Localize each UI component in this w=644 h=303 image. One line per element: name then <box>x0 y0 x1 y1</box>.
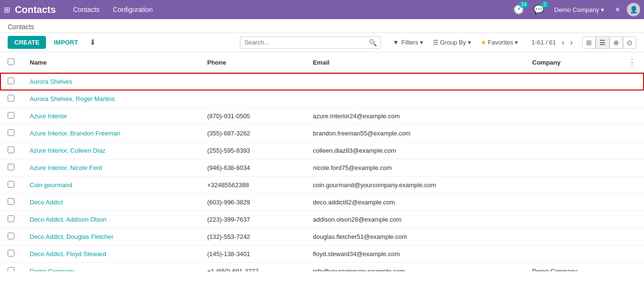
row-checkbox-cell <box>0 90 22 108</box>
row-company <box>525 108 621 125</box>
groupby-label: Group By <box>440 39 466 46</box>
pagination-prev[interactable]: ‹ <box>560 37 566 48</box>
table-row: Demo Company +1 (650) 691-3277 info@your… <box>0 263 644 272</box>
row-company <box>525 125 621 142</box>
import-button[interactable]: IMPORT <box>50 36 82 49</box>
row-checkbox[interactable] <box>8 250 14 257</box>
more-columns-button[interactable]: ⋮ <box>628 57 636 67</box>
close-button[interactable]: × <box>612 4 623 16</box>
row-more <box>620 159 644 177</box>
toolbar: CREATE IMPORT ⬇ 🔍 ▼ Filters ▾ ☰ Group By… <box>0 33 644 52</box>
row-checkbox[interactable] <box>8 267 14 271</box>
row-more <box>620 142 644 159</box>
row-name-link[interactable]: Deco Addict, Floyd Steward <box>30 250 106 258</box>
row-checkbox[interactable] <box>8 164 14 170</box>
table-row: Deco Addict, Floyd Steward (145)-138-340… <box>0 246 644 263</box>
row-checkbox[interactable] <box>8 215 14 222</box>
groupby-button[interactable]: ☰ Group By ▾ <box>429 37 475 48</box>
table-header: Name Phone Email Company ⋮ <box>0 52 644 73</box>
avatar[interactable]: 👤 <box>627 3 640 16</box>
row-phone: (132)-553-7242 <box>200 228 305 246</box>
row-name-link[interactable]: Deco Addict <box>30 199 63 206</box>
row-company <box>525 246 621 263</box>
pagination-next[interactable]: › <box>568 37 575 48</box>
map-view-button[interactable]: ⊕ <box>610 36 623 49</box>
row-checkbox[interactable] <box>8 129 14 136</box>
row-name-link[interactable]: Aurora Shelves <box>30 78 72 85</box>
row-checkbox-cell <box>0 194 22 211</box>
row-name: Azure Interior, Brandon Freeman <box>22 125 200 142</box>
row-checkbox-cell <box>0 228 22 246</box>
messages-badge: 24 <box>519 1 528 8</box>
create-button[interactable]: CREATE <box>8 36 46 49</box>
row-checkbox-cell <box>0 73 22 90</box>
nav-contacts[interactable]: Contacts <box>68 4 105 15</box>
row-phone: +32485562388 <box>200 177 305 194</box>
company-name: Demo Company <box>554 6 599 13</box>
row-checkbox[interactable] <box>8 78 14 84</box>
groupby-caret: ▾ <box>468 39 471 46</box>
row-more <box>620 194 644 211</box>
topbar-nav: Contacts Configuration <box>68 4 159 15</box>
row-name: Aurora Shelves <box>22 73 200 90</box>
kanban-view-button[interactable]: ⊞ <box>582 36 596 49</box>
search-icon: 🔍 <box>369 39 377 46</box>
table-row: Azure Interior, Colleen Diaz (255)-595-8… <box>0 142 644 159</box>
nav-configuration[interactable]: Configuration <box>107 4 158 15</box>
row-checkbox[interactable] <box>8 112 14 119</box>
row-company <box>525 90 621 108</box>
favorites-button[interactable]: ★ Favorites ▾ <box>477 37 522 48</box>
row-email: addison.olson28@example.com <box>305 211 524 228</box>
clock-view-button[interactable]: ⊙ <box>623 36 636 49</box>
page-header: Contacts <box>0 19 644 33</box>
row-more <box>620 228 644 246</box>
row-email: douglas.fletcher51@example.com <box>305 228 524 246</box>
filters-label: Filters <box>401 39 418 46</box>
row-name-link[interactable]: Aurora Shelves, Roger Martins <box>30 95 115 102</box>
table-row: Deco Addict, Douglas Fletcher (132)-553-… <box>0 228 644 246</box>
row-email: azure.Interior24@example.com <box>305 108 524 125</box>
filters-button[interactable]: ▼ Filters ▾ <box>389 37 427 48</box>
header-name: Name <box>22 52 200 73</box>
row-phone: +1 (650) 691-3277 <box>200 263 305 272</box>
table-row: Deco Addict (603)-996-3829 deco.addict82… <box>0 194 644 211</box>
row-name-link[interactable]: Azure Interior, Colleen Diaz <box>30 147 105 154</box>
row-name-link[interactable]: Demo Company <box>30 268 75 271</box>
company-switcher[interactable]: Demo Company ▾ <box>551 4 609 15</box>
table-row: Azure Interior (870)-931-0505 azure.Inte… <box>0 108 644 125</box>
chat-button[interactable]: 💬 3 <box>531 3 547 16</box>
grid-icon[interactable]: ⊞ <box>4 5 10 14</box>
header-company: Company <box>525 52 621 73</box>
header-more: ⋮ <box>620 52 644 73</box>
row-email: nicole.ford75@example.com <box>305 159 524 177</box>
row-company <box>525 211 621 228</box>
row-checkbox[interactable] <box>8 198 14 205</box>
download-button[interactable]: ⬇ <box>86 36 100 49</box>
row-name-link[interactable]: Azure Interior, Brandon Freeman <box>30 130 120 137</box>
row-name-link[interactable]: Azure Interior <box>30 112 67 120</box>
row-checkbox[interactable] <box>8 233 14 239</box>
messages-button[interactable]: 🕐 24 <box>510 3 527 16</box>
row-company <box>525 177 621 194</box>
search-input[interactable] <box>244 39 369 46</box>
select-all-checkbox[interactable] <box>8 58 14 65</box>
row-checkbox[interactable] <box>8 95 14 101</box>
row-name-link[interactable]: Azure Interior, Nicole Ford <box>30 164 102 171</box>
row-checkbox[interactable] <box>8 181 14 188</box>
app-title: Contacts <box>15 4 56 15</box>
row-name-link[interactable]: Deco Addict, Douglas Fletcher <box>30 233 113 240</box>
view-buttons: ⊞ ☰ ⊕ ⊙ <box>582 36 636 49</box>
table-row: Aurora Shelves <box>0 73 644 90</box>
row-name-link[interactable]: Deco Addict, Addison Olson <box>30 216 106 223</box>
favorites-caret: ▾ <box>515 39 518 46</box>
row-more <box>620 246 644 263</box>
row-name: Deco Addict, Addison Olson <box>22 211 200 228</box>
row-checkbox[interactable] <box>8 146 14 153</box>
star-icon: ★ <box>481 39 486 46</box>
table-row: Coin gourmand +32485562388 coin.gourmand… <box>0 177 644 194</box>
list-view-button[interactable]: ☰ <box>596 36 610 49</box>
row-checkbox-cell <box>0 263 22 272</box>
row-name-link[interactable]: Coin gourmand <box>30 181 72 189</box>
row-phone: (946)-638-6034 <box>200 159 305 177</box>
filter-icon: ▼ <box>393 39 399 46</box>
